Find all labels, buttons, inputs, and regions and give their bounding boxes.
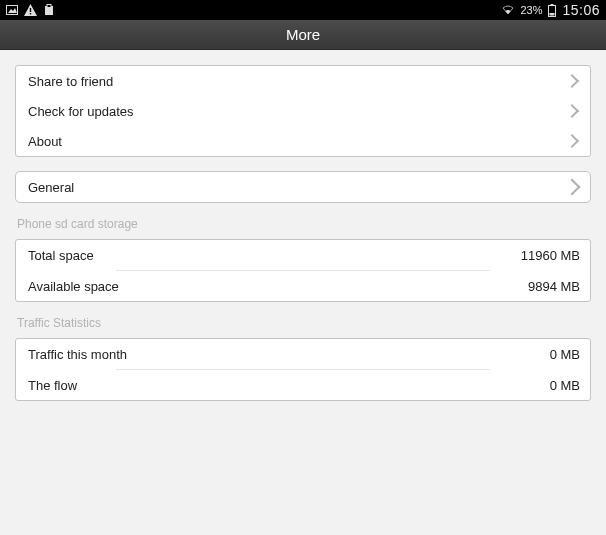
row-value: 0 MB bbox=[550, 378, 580, 393]
row-label: Total space bbox=[28, 248, 94, 263]
page-title: More bbox=[286, 26, 320, 43]
svg-rect-6 bbox=[47, 5, 51, 8]
row-available-space: Available space 9894 MB bbox=[16, 271, 590, 301]
battery-percent: 23% bbox=[520, 4, 542, 16]
traffic-card: Traffic this month 0 MB The flow 0 MB bbox=[15, 338, 591, 401]
status-right: 23% 15:06 bbox=[502, 2, 600, 18]
row-traffic-month: Traffic this month 0 MB bbox=[16, 339, 590, 369]
general-card: General bbox=[15, 171, 591, 203]
wifi-icon bbox=[502, 5, 514, 15]
row-value: 9894 MB bbox=[528, 279, 580, 294]
page-title-bar: More bbox=[0, 20, 606, 50]
chevron-right-icon bbox=[566, 134, 580, 148]
menu-check-for-updates[interactable]: Check for updates bbox=[16, 96, 590, 126]
status-clock: 15:06 bbox=[562, 2, 600, 18]
row-label: Available space bbox=[28, 279, 119, 294]
menu-general[interactable]: General bbox=[16, 172, 590, 202]
chevron-right-icon bbox=[566, 180, 580, 194]
status-left bbox=[6, 4, 55, 16]
battery-icon bbox=[548, 4, 556, 17]
row-value: 0 MB bbox=[550, 347, 580, 362]
menu-about[interactable]: About bbox=[16, 126, 590, 156]
section-header-traffic: Traffic Statistics bbox=[15, 316, 591, 338]
menu-card: Share to friend Check for updates About bbox=[15, 65, 591, 157]
page-content: Share to friend Check for updates About … bbox=[0, 50, 606, 401]
chevron-right-icon bbox=[566, 104, 580, 118]
image-icon bbox=[6, 4, 18, 16]
row-total-space: Total space 11960 MB bbox=[16, 240, 590, 270]
row-label: The flow bbox=[28, 378, 77, 393]
row-label: Traffic this month bbox=[28, 347, 127, 362]
svg-marker-1 bbox=[8, 8, 17, 13]
section-header-storage: Phone sd card storage bbox=[15, 217, 591, 239]
svg-rect-9 bbox=[550, 13, 555, 16]
menu-item-label: General bbox=[28, 180, 74, 195]
menu-item-label: About bbox=[28, 134, 62, 149]
svg-rect-3 bbox=[30, 8, 31, 12]
storage-card: Total space 11960 MB Available space 989… bbox=[15, 239, 591, 302]
chevron-right-icon bbox=[566, 74, 580, 88]
clipboard-icon bbox=[43, 4, 55, 16]
row-value: 11960 MB bbox=[521, 248, 580, 263]
menu-item-label: Check for updates bbox=[28, 104, 134, 119]
warning-icon bbox=[24, 4, 37, 16]
android-status-bar: 23% 15:06 bbox=[0, 0, 606, 20]
row-the-flow: The flow 0 MB bbox=[16, 370, 590, 400]
menu-item-label: Share to friend bbox=[28, 74, 113, 89]
menu-share-to-friend[interactable]: Share to friend bbox=[16, 66, 590, 96]
svg-rect-4 bbox=[30, 13, 31, 14]
